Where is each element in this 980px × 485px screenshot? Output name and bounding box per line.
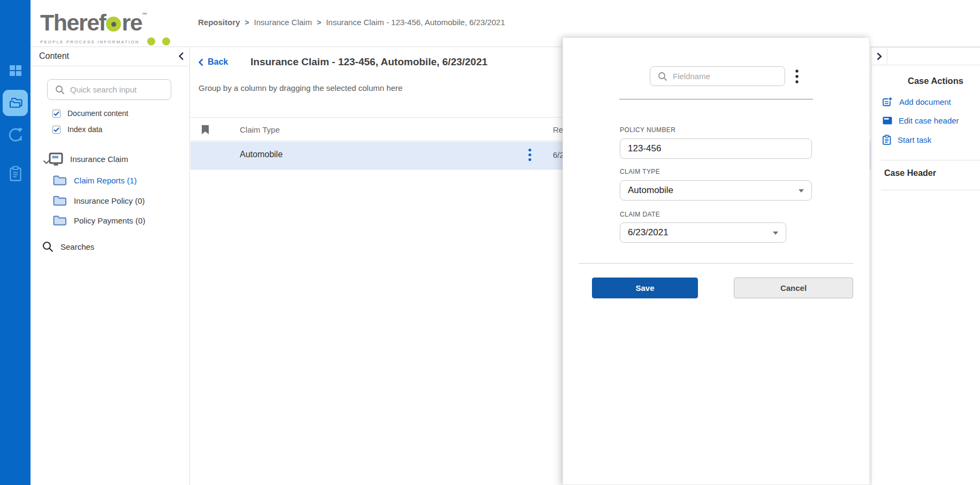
content-panel: Content Document content Index data xyxy=(31,47,190,485)
document-content-checkbox[interactable] xyxy=(52,110,60,118)
apps-icon[interactable] xyxy=(0,65,31,76)
fieldname-search-input[interactable] xyxy=(673,67,780,85)
claim-date-label: CLAIM DATE xyxy=(620,211,660,218)
content-panel-header: Content xyxy=(31,47,189,66)
documents-icon[interactable] xyxy=(3,90,28,116)
fieldname-search-box xyxy=(650,66,785,86)
content-panel-title: Content xyxy=(39,51,69,61)
case-panel-divider xyxy=(881,160,980,160)
claim-type-value: Automobile xyxy=(628,185,673,196)
logo-wordmark: Therefre™ xyxy=(40,3,190,35)
tree-item-insurance-policy[interactable]: Insurance Policy (0) xyxy=(53,195,145,206)
case-monitor-icon xyxy=(49,152,63,166)
group-by-drop-zone[interactable]: Group by a column by dragging the select… xyxy=(199,83,402,93)
chevron-left-icon xyxy=(178,52,184,60)
checkbox-label: Document content xyxy=(67,109,128,118)
bookmark-icon[interactable] xyxy=(201,125,209,137)
breadcrumb-insurance-claim[interactable]: Insurance Claim xyxy=(254,18,312,27)
row-menu-kebab-icon[interactable] xyxy=(528,148,531,164)
therefore-logo: Therefre™ PEOPLE PROCESS INFORMATION xyxy=(40,3,190,44)
add-document-icon xyxy=(883,97,893,106)
back-label: Back xyxy=(208,57,228,67)
folder-icon xyxy=(53,195,67,206)
clipboard-icon xyxy=(8,166,23,182)
dropdown-arrow-icon xyxy=(773,232,778,235)
quick-search-box xyxy=(47,79,171,100)
add-document-action[interactable]: Add document xyxy=(883,97,951,106)
claim-type-label: CLAIM TYPE xyxy=(620,168,660,175)
search-icon xyxy=(42,241,54,252)
buttons-divider xyxy=(579,263,854,264)
folder-icon xyxy=(53,175,67,186)
case-header-section-title: Case Header xyxy=(884,168,936,178)
tree-item-label: Insurance Claim xyxy=(70,155,128,164)
collapse-case-panel-button[interactable] xyxy=(871,48,887,65)
document-content-checkbox-row[interactable]: Document content xyxy=(52,109,128,118)
folder-icon xyxy=(53,215,67,226)
tasks-icon[interactable] xyxy=(0,166,31,182)
chevron-left-icon xyxy=(198,58,203,66)
search-icon xyxy=(55,85,65,97)
index-data-editor-panel: POLICY NUMBER CLAIM TYPE Automobile CLAI… xyxy=(563,37,870,485)
edit-case-header-action[interactable]: Edit case header xyxy=(883,116,959,125)
cancel-button[interactable]: Cancel xyxy=(734,278,853,298)
double-folder-icon xyxy=(8,96,23,110)
tree-item-label: Policy Payments (0) xyxy=(74,216,145,225)
case-panel-divider xyxy=(881,190,980,190)
claim-type-dropdown[interactable]: Automobile xyxy=(620,180,812,201)
case-action-label: Start task xyxy=(898,135,931,144)
searches-label: Searches xyxy=(60,242,94,251)
app-rail xyxy=(0,0,31,485)
column-header-clipped[interactable]: Re xyxy=(553,125,563,134)
start-task-action[interactable]: Start task xyxy=(883,135,931,145)
logo-o-dot-icon xyxy=(106,17,121,32)
policy-number-label: POLICY NUMBER xyxy=(620,126,675,134)
editor-menu-kebab-icon[interactable] xyxy=(795,69,799,86)
logo-green-dot-icon xyxy=(162,37,170,45)
case-panel-divider xyxy=(871,65,980,65)
quick-search-input[interactable] xyxy=(70,80,168,99)
search-icon xyxy=(658,72,667,83)
logo-green-dot-icon xyxy=(147,37,155,45)
tree-item-label: Claim Reports (1) xyxy=(74,176,137,185)
searches-item[interactable]: Searches xyxy=(42,241,94,252)
index-data-checkbox[interactable] xyxy=(52,126,60,134)
breadcrumb: Repository>Insurance Claim>Insurance Cla… xyxy=(198,18,505,27)
claim-date-dropdown[interactable]: 6/23/2021 xyxy=(620,222,786,243)
tree-item-policy-payments[interactable]: Policy Payments (0) xyxy=(53,215,145,226)
breadcrumb-separator: > xyxy=(317,18,321,27)
case-title: Insurance Claim - 123-456, Automobile, 6… xyxy=(250,56,488,68)
policy-number-field[interactable] xyxy=(620,138,812,159)
app-window: Therefre™ PEOPLE PROCESS INFORMATION Rep… xyxy=(0,0,980,485)
cell-claim-type: Automobile xyxy=(240,150,283,159)
breadcrumb-repository[interactable]: Repository xyxy=(198,18,240,27)
tree-item-claim-reports[interactable]: Claim Reports (1) xyxy=(53,175,137,186)
checkbox-label: Index data xyxy=(67,125,102,134)
case-action-label: Edit case header xyxy=(899,116,959,125)
case-actions-panel: Case Actions Add document Edit case head… xyxy=(871,47,980,485)
case-actions-title: Case Actions xyxy=(908,76,963,86)
chevron-down-icon[interactable] xyxy=(43,157,50,167)
tree-item-label: Insurance Policy (0) xyxy=(74,196,145,205)
chevron-right-icon xyxy=(877,52,882,60)
circular-arrows-icon xyxy=(7,126,24,143)
back-button[interactable]: Back xyxy=(198,57,228,67)
editor-divider xyxy=(619,99,813,99)
apps-grid-icon xyxy=(9,65,22,76)
tree-item-insurance-claim[interactable]: Insurance Claim xyxy=(41,152,128,166)
index-data-checkbox-row[interactable]: Index data xyxy=(52,125,102,134)
breadcrumb-separator: > xyxy=(245,18,249,27)
check-icon xyxy=(54,127,59,132)
start-task-clipboard-icon xyxy=(883,135,891,145)
logo-tagline: PEOPLE PROCESS INFORMATION xyxy=(40,35,190,44)
dropdown-arrow-icon xyxy=(799,189,804,193)
save-button[interactable]: Save xyxy=(592,278,698,298)
collapse-content-panel-button[interactable] xyxy=(178,52,184,63)
case-action-label: Add document xyxy=(899,97,951,106)
breadcrumb-current: Insurance Claim - 123-456, Automobile, 6… xyxy=(326,18,505,27)
sync-icon[interactable] xyxy=(0,126,31,143)
claim-date-value: 6/23/2021 xyxy=(628,227,668,238)
column-header-claim-type[interactable]: Claim Type xyxy=(240,125,280,134)
check-icon xyxy=(54,111,59,116)
trademark-symbol: ™ xyxy=(142,12,147,18)
